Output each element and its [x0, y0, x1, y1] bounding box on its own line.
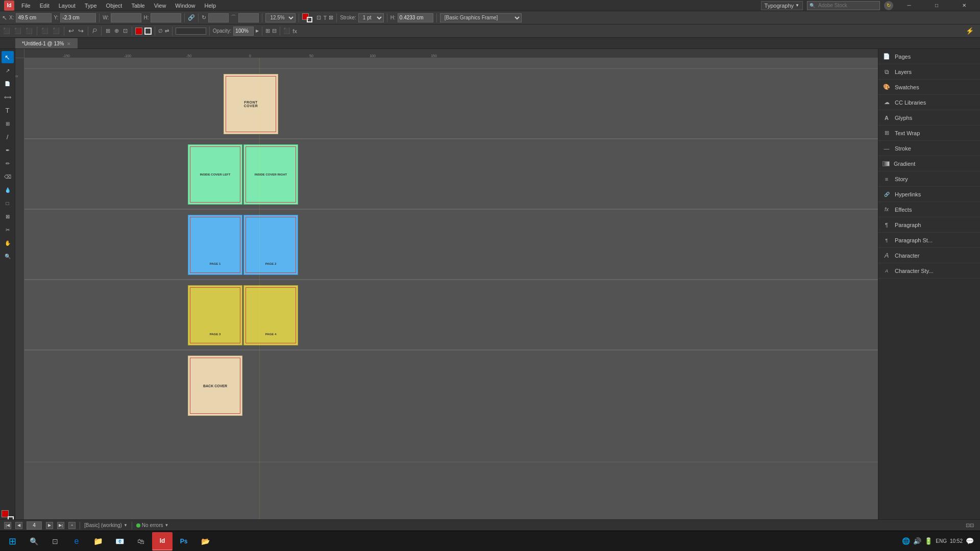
start-button[interactable]: ⊞ — [2, 532, 22, 550]
notification-btn[interactable]: 💬 — [966, 537, 974, 545]
table-tool[interactable]: ⊞ — [2, 117, 14, 130]
menu-file[interactable]: File — [17, 2, 35, 10]
document-tab[interactable]: *Untitled-1 @ 13% ✕ — [15, 38, 78, 48]
frame-type-icon[interactable]: ⊡ — [316, 14, 321, 21]
opacity-dropdown-arrow[interactable]: ▶ — [256, 29, 259, 33]
panel-item-swatches[interactable]: 🎨 Swatches — [878, 80, 980, 95]
panel-item-story[interactable]: ≡ Story — [878, 171, 980, 187]
panel-item-cc-libraries[interactable]: ☁ CC Libraries — [878, 95, 980, 110]
blend-mode-icon2[interactable]: ⊟ — [272, 28, 277, 34]
last-page-btn[interactable]: ▶| — [57, 522, 64, 529]
stroke-none-icon[interactable] — [144, 28, 152, 35]
y-input[interactable] — [60, 13, 96, 22]
panel-item-pages[interactable]: 📄 Pages — [878, 49, 980, 64]
page-3[interactable]: PAGE 3 — [188, 285, 242, 345]
preview-icon[interactable]: P — [91, 26, 98, 36]
adobe-stock-search[interactable]: 🔍 — [807, 1, 880, 10]
add-page-btn[interactable]: + — [68, 522, 76, 529]
distribute-h-icon[interactable]: ⬛ — [40, 27, 50, 35]
close-button[interactable]: ✕ — [952, 0, 976, 11]
page-1[interactable]: PAGE 1 — [188, 215, 242, 275]
network-icon[interactable]: 🌐 — [902, 537, 910, 545]
task-view-btn[interactable]: ⊡ — [45, 532, 65, 550]
panel-item-character-styles[interactable]: A Character Sty... — [878, 263, 980, 279]
master-dropdown-icon[interactable]: ▼ — [124, 523, 128, 528]
search-taskbar[interactable]: 🔍 — [23, 532, 44, 550]
constrain-proportions-icon[interactable]: 🔗 — [188, 14, 195, 21]
gap-tool[interactable]: ⟺ — [2, 91, 14, 103]
scissors-tool[interactable]: ✂ — [2, 223, 14, 236]
zoom-tool[interactable]: 🔍 — [2, 250, 14, 262]
rectangle-tool[interactable]: □ — [2, 197, 14, 209]
transform-icon[interactable]: ⬛ — [283, 28, 290, 34]
hand-tool[interactable]: ✋ — [2, 237, 14, 249]
stroke-swatch[interactable] — [307, 17, 312, 22]
h-input[interactable] — [151, 13, 181, 22]
none-icon[interactable]: ∅ — [158, 28, 163, 34]
placeholder-frame-tool[interactable]: ⊠ — [2, 210, 14, 222]
store-btn[interactable]: 🛍 — [131, 532, 151, 550]
mail-btn[interactable]: 📧 — [109, 532, 130, 550]
first-page-btn[interactable]: |◀ — [4, 522, 11, 529]
page-inside-cover-left[interactable]: INSIDE COVER LEFT — [188, 144, 242, 205]
zoom-dropdown[interactable]: 12.5% 25% 50% 100% — [265, 13, 296, 22]
sync-icon[interactable]: ↻ — [884, 1, 893, 10]
menu-layout[interactable]: Layout — [55, 2, 80, 10]
indesign-taskbar-btn[interactable]: Id — [152, 532, 173, 550]
workspace-selector[interactable]: Typography ▼ — [761, 1, 803, 10]
page-inside-cover-right[interactable]: INSIDE COVER RIGHT — [243, 144, 298, 205]
page-number-input[interactable] — [27, 521, 42, 530]
panel-item-hyperlinks[interactable]: 🔗 Hyperlinks — [878, 187, 980, 202]
menu-type[interactable]: Type — [81, 2, 101, 10]
panel-item-text-wrap[interactable]: ⊞ Text Wrap — [878, 126, 980, 141]
shear-icon[interactable]: ⌒ — [231, 14, 236, 21]
align-center-icon[interactable]: ⬛ — [13, 27, 22, 35]
panel-item-character[interactable]: A Character — [878, 248, 980, 263]
page-4[interactable]: PAGE 4 — [243, 285, 298, 345]
frame-type-dropdown[interactable]: [Basic Graphics Frame] — [440, 13, 522, 22]
explorer-btn[interactable]: 📁 — [88, 532, 108, 550]
spacing-input[interactable] — [398, 13, 433, 22]
minimize-button[interactable]: ─ — [897, 0, 921, 11]
snap-icon[interactable]: ⊡ — [122, 27, 129, 35]
blend-mode-icon[interactable]: ⊞ — [265, 28, 270, 34]
panel-item-paragraph[interactable]: ¶ Paragraph — [878, 217, 980, 233]
cloud-sync-icon[interactable]: ⚡ — [966, 27, 974, 35]
eyedropper-tool[interactable]: 💧 — [2, 184, 14, 196]
panel-item-effects[interactable]: fx Effects — [878, 202, 980, 217]
direct-selection-tool[interactable]: ↗ — [2, 64, 14, 77]
page-tool[interactable]: 📄 — [2, 78, 14, 90]
effects-icon[interactable]: fx — [292, 28, 297, 34]
panel-item-stroke[interactable]: — Stroke — [878, 141, 980, 156]
rotate-icon[interactable]: ↻ — [202, 14, 206, 21]
pen-tool[interactable]: ✒ — [2, 144, 14, 156]
fit-page-btn[interactable]: ⊡⊡ — [964, 521, 976, 529]
file-manager-btn[interactable]: 📂 — [195, 532, 215, 550]
fill-color-large[interactable] — [135, 28, 142, 35]
next-page-btn[interactable]: ▶ — [46, 522, 53, 529]
maximize-button[interactable]: □ — [925, 0, 948, 11]
edge-btn[interactable]: e — [66, 532, 87, 550]
shear-input[interactable] — [238, 13, 259, 22]
page-front-cover[interactable]: FRONT COVER — [224, 74, 278, 134]
swap-colors-icon[interactable]: ⇄ — [165, 28, 169, 34]
page-back-cover[interactable]: BACK COVER — [188, 356, 242, 416]
menu-table[interactable]: Table — [127, 2, 149, 10]
snap-grid-icon[interactable]: ⊞ — [105, 27, 111, 35]
distribute-v-icon[interactable]: ⬛ — [52, 27, 61, 35]
error-dropdown-icon[interactable]: ▼ — [165, 523, 169, 528]
menu-view[interactable]: View — [150, 2, 170, 10]
w-input[interactable] — [111, 13, 141, 22]
error-status[interactable]: No errors ▼ — [136, 522, 169, 528]
menu-object[interactable]: Object — [102, 2, 127, 10]
volume-icon[interactable]: 🔊 — [913, 537, 921, 545]
panel-item-gradient[interactable]: Gradient — [878, 156, 980, 171]
eraser-tool[interactable]: ⌫ — [2, 170, 14, 183]
stock-search-input[interactable] — [816, 1, 877, 10]
align-left-icon[interactable]: ⬛ — [2, 27, 11, 35]
canvas-content[interactable]: FRONT COVER INSIDE COVER LEFT INSIDE COV… — [24, 58, 878, 551]
text-tool[interactable]: T — [2, 104, 14, 116]
photoshop-btn[interactable]: Ps — [174, 532, 194, 550]
rotate-input[interactable] — [208, 13, 229, 22]
panel-item-paragraph-styles[interactable]: ¶ Paragraph St... — [878, 233, 980, 248]
